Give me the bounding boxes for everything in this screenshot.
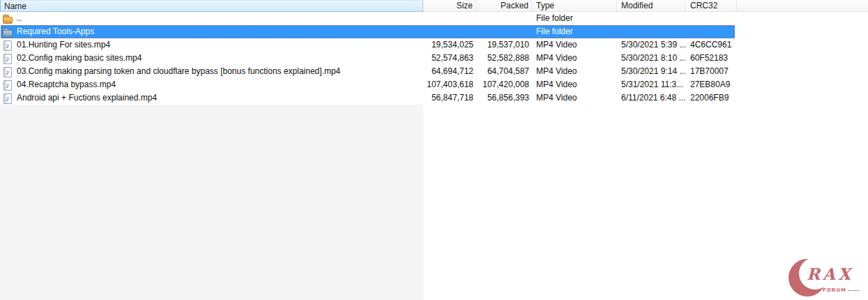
folder-up-icon bbox=[2, 13, 13, 24]
file-name: Android api + Fuctions explained.mp4 bbox=[17, 91, 157, 105]
media-file-icon bbox=[2, 80, 13, 91]
modified-cell: 5/30/2021 8:10 ... bbox=[617, 52, 685, 65]
modified-cell bbox=[617, 25, 685, 38]
packed-cell: 107,420,008 bbox=[476, 78, 532, 91]
table-row[interactable]: 03.Config making parsing token and cloud… bbox=[0, 65, 868, 78]
packed-cell: 56,856,393 bbox=[476, 91, 532, 105]
size-cell: 19,534,025 bbox=[423, 38, 476, 52]
table-row[interactable]: Required Tools-Apps File folder bbox=[0, 25, 868, 38]
name-cell: .. bbox=[0, 12, 423, 25]
packed-cell: 19,537,010 bbox=[476, 38, 532, 52]
modified-cell bbox=[617, 12, 685, 25]
crc32-cell: 17B70007 bbox=[685, 65, 737, 78]
media-file-icon bbox=[2, 53, 13, 64]
logo-dash-left bbox=[810, 290, 821, 291]
crc32-cell: 27EB80A9 bbox=[685, 78, 737, 91]
file-name: Required Tools-Apps bbox=[17, 25, 94, 38]
packed-cell bbox=[476, 25, 532, 38]
modified-cell: 6/11/2021 6:48 ... bbox=[617, 91, 685, 105]
modified-cell: 5/30/2021 5:39 ... bbox=[617, 38, 685, 52]
column-header-filler bbox=[737, 0, 868, 12]
size-cell: 64,694,712 bbox=[423, 65, 476, 78]
crc32-cell bbox=[685, 25, 737, 38]
name-cell: 03.Config making parsing token and cloud… bbox=[0, 65, 423, 78]
file-list-body: .. File folder Required Tools-Apps File … bbox=[0, 12, 868, 300]
column-header-name[interactable]: Name bbox=[0, 0, 423, 12]
file-rows: .. File folder Required Tools-Apps File … bbox=[0, 12, 868, 105]
logo-forum-label: FORUM bbox=[823, 287, 846, 293]
size-cell: 52,574,863 bbox=[423, 52, 476, 65]
file-name: 04.Recaptcha bypass.mp4 bbox=[17, 78, 116, 91]
file-name: 01.Hunting For sites.mp4 bbox=[17, 38, 110, 52]
table-row[interactable]: 04.Recaptcha bypass.mp4 107,403,618 107,… bbox=[0, 78, 868, 91]
size-cell bbox=[423, 12, 476, 25]
crax-forum-text: FORUM bbox=[808, 287, 861, 293]
table-row[interactable]: 02.Config making basic sites.mp4 52,574,… bbox=[0, 52, 868, 65]
file-name: 02.Config making basic sites.mp4 bbox=[17, 52, 142, 65]
modified-cell: 5/31/2021 11:3... bbox=[617, 78, 685, 91]
archive-file-list-window: Name Size Packed Type Modified CRC32 .. … bbox=[0, 0, 868, 300]
crax-logo-text: RAX bbox=[807, 264, 853, 283]
name-cell: Android api + Fuctions explained.mp4 bbox=[0, 91, 423, 105]
crc32-cell: 4C6CC961 bbox=[685, 38, 737, 52]
size-cell: 107,403,618 bbox=[423, 78, 476, 91]
column-header-size[interactable]: Size bbox=[423, 0, 476, 12]
type-cell: MP4 Video bbox=[532, 52, 617, 65]
name-cell: 01.Hunting For sites.mp4 bbox=[0, 38, 423, 52]
crc32-cell bbox=[685, 12, 737, 25]
size-cell: 56,847,718 bbox=[423, 91, 476, 105]
media-file-icon bbox=[2, 40, 13, 51]
table-row[interactable]: 01.Hunting For sites.mp4 19,534,025 19,5… bbox=[0, 38, 868, 52]
media-file-icon bbox=[2, 66, 13, 77]
type-cell: File folder bbox=[532, 12, 617, 25]
file-name: 03.Config making parsing token and cloud… bbox=[17, 65, 340, 78]
name-cell: 02.Config making basic sites.mp4 bbox=[0, 52, 423, 65]
packed-cell: 52,582,888 bbox=[476, 52, 532, 65]
crax-forum-watermark: RAX FORUM bbox=[789, 255, 861, 298]
type-cell: MP4 Video bbox=[532, 65, 617, 78]
size-cell bbox=[423, 25, 476, 38]
name-cell: 04.Recaptcha bypass.mp4 bbox=[0, 78, 423, 91]
column-header-packed[interactable]: Packed bbox=[476, 0, 532, 12]
media-file-icon bbox=[2, 93, 13, 104]
name-column-shade bbox=[0, 105, 423, 300]
column-header-type[interactable]: Type bbox=[532, 0, 617, 12]
table-row[interactable]: .. File folder bbox=[0, 12, 868, 25]
type-cell: MP4 Video bbox=[532, 38, 617, 52]
crc32-cell: 60F52183 bbox=[685, 52, 737, 65]
type-cell: MP4 Video bbox=[532, 78, 617, 91]
table-row[interactable]: Android api + Fuctions explained.mp4 56,… bbox=[0, 91, 868, 105]
logo-dash-right bbox=[848, 290, 859, 291]
column-header-crc32[interactable]: CRC32 bbox=[685, 0, 737, 12]
type-cell: File folder bbox=[532, 25, 617, 38]
column-header-modified[interactable]: Modified bbox=[617, 0, 685, 12]
crc32-cell: 22006FB9 bbox=[685, 91, 737, 105]
name-cell: Required Tools-Apps bbox=[0, 25, 423, 38]
packed-cell bbox=[476, 12, 532, 25]
type-cell: MP4 Video bbox=[532, 91, 617, 105]
modified-cell: 5/30/2021 9:14 ... bbox=[617, 65, 685, 78]
file-name: .. bbox=[17, 12, 22, 25]
packed-cell: 64,704,587 bbox=[476, 65, 532, 78]
folder-icon bbox=[2, 27, 13, 38]
column-header-bar: Name Size Packed Type Modified CRC32 bbox=[0, 0, 868, 12]
